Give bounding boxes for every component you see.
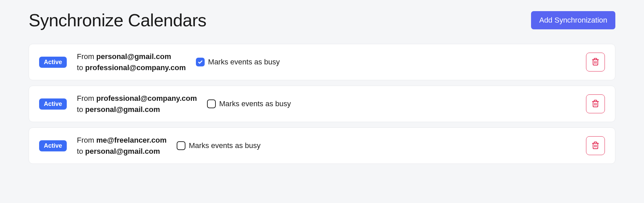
sync-route: From professional@company.com to persona… bbox=[77, 93, 197, 115]
from-email: personal@gmail.com bbox=[96, 52, 171, 61]
from-prefix: From bbox=[77, 94, 96, 103]
marks-busy-label[interactable]: Marks events as busy bbox=[219, 99, 291, 108]
sync-route: From personal@gmail.com to professional@… bbox=[77, 51, 186, 73]
status-badge: Active bbox=[39, 140, 67, 151]
sync-route: From me@freelancer.com to personal@gmail… bbox=[77, 135, 167, 157]
marks-busy-field: Marks events as busy bbox=[177, 141, 261, 150]
to-email: personal@gmail.com bbox=[85, 147, 160, 155]
status-badge: Active bbox=[39, 98, 67, 110]
page-header: Synchronize Calendars Add Synchronizatio… bbox=[29, 10, 615, 30]
sync-list: Active From personal@gmail.com to profes… bbox=[29, 44, 615, 164]
to-prefix: to bbox=[77, 105, 85, 114]
to-line: to personal@gmail.com bbox=[77, 104, 197, 115]
delete-button[interactable] bbox=[586, 136, 605, 155]
from-email: me@freelancer.com bbox=[96, 136, 167, 144]
status-badge: Active bbox=[39, 57, 67, 68]
delete-button[interactable] bbox=[586, 53, 605, 71]
to-line: to professional@company.com bbox=[77, 62, 186, 73]
marks-busy-field: Marks events as busy bbox=[207, 99, 291, 108]
sync-row: Active From me@freelancer.com to persona… bbox=[29, 127, 615, 164]
marks-busy-field: Marks events as busy bbox=[196, 58, 280, 66]
trash-icon bbox=[591, 99, 599, 109]
from-line: From me@freelancer.com bbox=[77, 135, 167, 146]
marks-busy-checkbox[interactable] bbox=[207, 99, 216, 108]
from-prefix: From bbox=[77, 52, 96, 61]
sync-row: Active From professional@company.com to … bbox=[29, 86, 615, 122]
from-prefix: From bbox=[77, 136, 96, 144]
from-line: From professional@company.com bbox=[77, 93, 197, 104]
to-prefix: to bbox=[77, 147, 85, 155]
trash-icon bbox=[591, 58, 599, 67]
page-title: Synchronize Calendars bbox=[29, 10, 206, 30]
from-line: From personal@gmail.com bbox=[77, 51, 186, 62]
delete-button[interactable] bbox=[586, 94, 605, 113]
marks-busy-checkbox[interactable] bbox=[177, 141, 185, 150]
to-line: to personal@gmail.com bbox=[77, 146, 167, 157]
sync-row: Active From personal@gmail.com to profes… bbox=[29, 44, 615, 80]
marks-busy-checkbox[interactable] bbox=[196, 58, 205, 66]
to-email: professional@company.com bbox=[85, 63, 186, 72]
add-synchronization-button[interactable]: Add Synchronization bbox=[531, 11, 615, 29]
marks-busy-label[interactable]: Marks events as busy bbox=[208, 58, 280, 66]
to-prefix: to bbox=[77, 63, 85, 72]
trash-icon bbox=[591, 141, 599, 150]
from-email: professional@company.com bbox=[96, 94, 197, 103]
marks-busy-label[interactable]: Marks events as busy bbox=[189, 141, 261, 150]
to-email: personal@gmail.com bbox=[85, 105, 160, 114]
